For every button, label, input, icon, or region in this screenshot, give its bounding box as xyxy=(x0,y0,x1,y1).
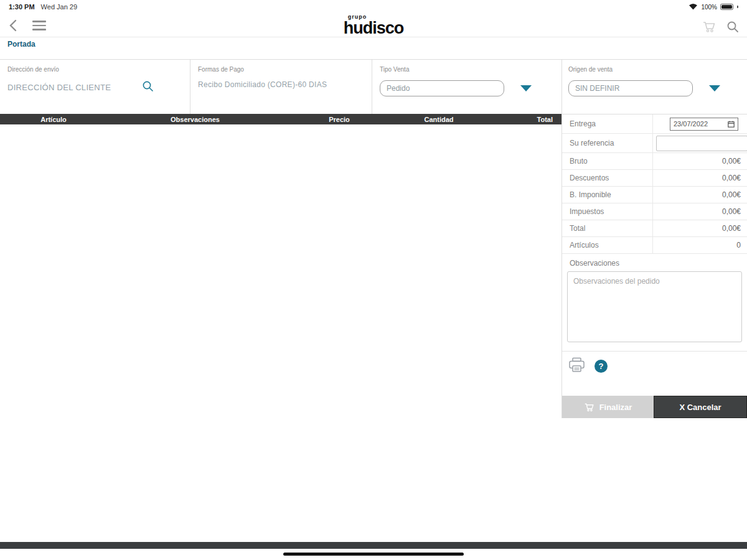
summary-row-impuestos: Impuestos 0,00€ xyxy=(562,203,747,220)
question-mark-icon: ? xyxy=(599,362,604,371)
battery-icon xyxy=(720,4,733,10)
summary-row-descuentos: Descuentos 0,00€ xyxy=(562,170,747,187)
summary-row-referencia: Su referencia xyxy=(562,134,747,153)
descuentos-label: Descuentos xyxy=(562,170,653,186)
impuestos-value: 0,00€ xyxy=(653,207,747,216)
cancel-button-label: X Cancelar xyxy=(679,403,721,412)
entrega-label: Entrega xyxy=(562,114,653,133)
shipping-address-label: Dirección de envío xyxy=(7,66,182,73)
finalize-button[interactable]: Finalizar xyxy=(562,396,654,418)
print-button[interactable] xyxy=(568,357,585,375)
shipping-address-field: Dirección de envío DIRECCIÓN DEL CLIENTE xyxy=(0,60,190,114)
order-main-area: Dirección de envío DIRECCIÓN DEL CLIENTE… xyxy=(0,59,561,541)
delivery-date-value: 23/07/2022 xyxy=(674,120,708,128)
total-value: 0,00€ xyxy=(653,224,747,233)
summary-row-imponible: B. Imponible 0,00€ xyxy=(562,187,747,203)
articulos-label: Artículos xyxy=(562,237,653,253)
bruto-value: 0,00€ xyxy=(653,157,747,166)
finalize-button-label: Finalizar xyxy=(599,403,632,412)
status-time: 1:30 PM xyxy=(9,3,35,11)
items-table-header: Artículo Observaciones Precio Cantidad T… xyxy=(0,114,561,124)
shipping-address-value[interactable]: DIRECCIÓN DEL CLIENTE xyxy=(7,83,111,92)
status-bar: 1:30 PM Wed Jan 29 100% xyxy=(0,0,747,14)
calendar-icon xyxy=(728,121,735,128)
sale-type-label: Tipo Venta xyxy=(380,66,554,73)
impuestos-label: Impuestos xyxy=(562,203,653,220)
cart-button[interactable] xyxy=(700,17,718,36)
summary-row-articulos: Artículos 0 xyxy=(562,237,747,254)
address-search-icon[interactable] xyxy=(142,80,154,95)
sale-type-input[interactable] xyxy=(380,80,504,96)
sale-type-dropdown-icon[interactable] xyxy=(520,85,532,91)
column-header-observaciones: Observaciones xyxy=(107,116,283,123)
app-header: grupohudisco xyxy=(0,14,747,37)
bottom-bar xyxy=(0,542,747,549)
battery-percent: 100% xyxy=(701,4,717,11)
wifi-icon xyxy=(688,3,698,11)
imponible-value: 0,00€ xyxy=(653,190,747,199)
search-button[interactable] xyxy=(723,17,742,36)
column-header-total: Total xyxy=(482,116,561,123)
order-summary-panel: Origen de venta Entrega 23/07/2022 Su re… xyxy=(561,59,747,418)
items-table-body-empty xyxy=(0,124,561,541)
logo-hudisco-text: hudisco xyxy=(344,19,404,37)
printer-icon xyxy=(568,357,585,373)
breadcrumb[interactable]: Portada xyxy=(7,40,35,49)
sale-origin-label: Origen de venta xyxy=(568,66,741,73)
sale-origin-input[interactable] xyxy=(568,80,693,96)
summary-row-entrega: Entrega 23/07/2022 xyxy=(562,114,747,134)
observations-textarea[interactable] xyxy=(567,271,742,342)
descuentos-value: 0,00€ xyxy=(653,174,747,182)
sale-origin-field: Origen de venta xyxy=(562,60,747,114)
column-header-articulo: Artículo xyxy=(0,116,107,123)
search-icon xyxy=(726,21,739,33)
sale-origin-dropdown-icon[interactable] xyxy=(709,85,720,91)
total-label: Total xyxy=(562,220,653,236)
app-logo: grupohudisco xyxy=(0,14,747,37)
status-date: Wed Jan 29 xyxy=(41,3,78,11)
articulos-value: 0 xyxy=(653,241,747,250)
cart-icon xyxy=(702,21,716,33)
delivery-date-input[interactable]: 23/07/2022 xyxy=(670,118,738,131)
payment-method-field: Formas de Pago Recibo Domiciliado (CORE)… xyxy=(190,60,372,114)
imponible-label: B. Imponible xyxy=(562,187,653,203)
summary-row-total: Total 0,00€ xyxy=(562,220,747,237)
column-header-precio: Precio xyxy=(283,116,395,123)
help-button[interactable]: ? xyxy=(594,360,608,373)
reference-input[interactable] xyxy=(656,136,747,151)
home-indicator[interactable] xyxy=(283,553,464,556)
sale-type-field: Tipo Venta xyxy=(372,60,561,114)
referencia-label: Su referencia xyxy=(562,134,653,152)
finalize-cart-icon xyxy=(584,403,594,412)
payment-method-label: Formas de Pago xyxy=(198,66,364,73)
summary-row-bruto: Bruto 0,00€ xyxy=(562,153,747,170)
payment-method-value[interactable]: Recibo Domiciliado (CORE)-60 DIAS xyxy=(198,80,364,89)
observations-label: Observaciones xyxy=(562,254,747,270)
bruto-label: Bruto xyxy=(562,153,653,169)
order-fields-row: Dirección de envío DIRECCIÓN DEL CLIENTE… xyxy=(0,59,561,114)
cancel-button[interactable]: X Cancelar xyxy=(654,396,747,418)
column-header-cantidad: Cantidad xyxy=(395,116,482,123)
